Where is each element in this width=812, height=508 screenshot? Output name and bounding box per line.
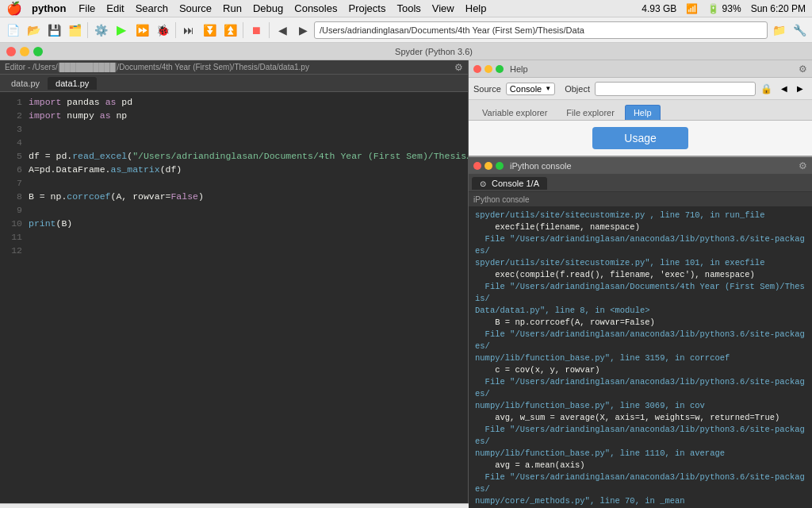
code-line-7: 7 — [0, 176, 468, 190]
step-into-btn[interactable]: ⏬ — [200, 21, 219, 40]
menu-file[interactable]: File — [79, 2, 95, 14]
back-icon[interactable]: ◀ — [777, 82, 791, 96]
close-btn[interactable] — [6, 47, 16, 56]
menu-projects[interactable]: Projects — [348, 2, 385, 14]
wifi-icon: 📶 — [686, 3, 698, 14]
menubar: 🍎 python File Edit Search Source Run Deb… — [0, 0, 812, 17]
console-output[interactable]: spyder/utils/site/sitecustomize.py , lin… — [469, 206, 812, 508]
console-line-20: File "/Users/adriandinglasan/anaconda3/l… — [475, 424, 806, 448]
help-title-bar: Help ⚙ — [469, 60, 812, 78]
help-title-label: Help — [510, 64, 528, 74]
step-return-btn[interactable]: ⏫ — [220, 21, 239, 40]
toolbar-sep-2 — [175, 22, 176, 38]
lock-icon[interactable]: 🔒 — [760, 83, 772, 94]
console-title-right: ⚙ — [799, 160, 807, 171]
object-input[interactable] — [595, 82, 756, 96]
tab-file-explorer[interactable]: File explorer — [557, 105, 623, 120]
minimize-btn[interactable] — [20, 47, 29, 56]
console-close-btn[interactable] — [473, 162, 481, 170]
source-label: Source — [473, 84, 501, 94]
tab-variable-explorer[interactable]: Variable explorer — [473, 105, 556, 120]
console-options-icon[interactable]: ⚙ — [799, 160, 807, 171]
console-line-1: spyder/utils/site/sitecustomize.py , lin… — [475, 210, 806, 221]
object-label: Object — [565, 84, 590, 94]
save-btn[interactable]: 💾 — [44, 21, 63, 40]
console-line-21: numpy/lib/function_base.py", line 1110, … — [475, 448, 806, 460]
help-close-btn[interactable] — [473, 65, 481, 73]
code-line-12: 12 — [0, 244, 468, 257]
menu-consoles[interactable]: Consoles — [294, 2, 337, 14]
menu-help[interactable]: Help — [465, 2, 487, 14]
address-bar[interactable]: /Users/adriandinglasan/Documents/4th Yea… — [314, 21, 768, 39]
editor-tabs: data.py data1.py — [0, 75, 468, 92]
menu-debug[interactable]: Debug — [253, 2, 283, 14]
maximize-btn[interactable] — [33, 47, 43, 56]
code-line-2: 2 import numpy as np — [0, 109, 468, 122]
source-dropdown[interactable]: Console ▼ — [506, 83, 555, 95]
stop-btn[interactable]: ⏹ — [247, 21, 266, 40]
folder-btn[interactable]: 📁 — [769, 21, 788, 40]
toolbar-sep-1 — [87, 22, 88, 38]
console-tab-label: Console 1/A — [492, 179, 539, 188]
window-title: Spyder (Python 3.6) — [56, 47, 812, 56]
forward-icon[interactable]: ▶ — [793, 82, 807, 96]
menubar-status: 4.93 GB 📶 🔋 93% Sun 6:20 PM — [642, 3, 806, 14]
help-window-controls — [473, 65, 504, 73]
code-line-4: 4 — [0, 136, 468, 149]
open-file-btn[interactable]: 📂 — [24, 21, 43, 40]
editor-panel: Editor - /Users/██████████/Documents/4th… — [0, 60, 469, 503]
run-file-btn[interactable]: ⏩ — [132, 21, 151, 40]
console-line-24: File "/Users/adriandinglasan/anaconda3/l… — [475, 471, 806, 495]
window-controls — [0, 47, 49, 56]
console-line-5: spyder/utils/site/sitecustomize.py", lin… — [475, 257, 806, 269]
back-btn[interactable]: ◀ — [273, 21, 292, 40]
console-line-10: B = np.corrcoef(A, rowvar=False) — [475, 317, 806, 329]
console-line-6: exec(compile(f.read(), filename, 'exec')… — [475, 269, 806, 281]
menu-tools[interactable]: Tools — [396, 2, 420, 14]
app-name[interactable]: python — [32, 2, 66, 14]
menu-source[interactable]: Source — [179, 2, 212, 14]
tab-data1-py[interactable]: data1.py — [48, 77, 97, 90]
menu-edit[interactable]: Edit — [106, 2, 124, 14]
toolbar-sep-4 — [269, 22, 270, 38]
help-toolbar: Source Console ▼ Object 🔒 ◀ ▶ — [469, 78, 812, 100]
console-panel: iPython console ⚙ ⊙ Console 1/A iPython … — [469, 157, 812, 508]
new-file-btn[interactable]: 📄 — [3, 21, 22, 40]
tab-help[interactable]: Help — [625, 105, 661, 120]
console-title-bar: iPython console ⚙ — [469, 157, 812, 175]
editor-settings-icon[interactable]: ⚙ — [454, 62, 463, 73]
help-minimize-btn[interactable] — [485, 65, 492, 73]
editor-path-bar: Editor - /Users/██████████/Documents/4th… — [0, 60, 468, 75]
help-panel: Help ⚙ Source Console ▼ Object 🔒 ◀ ▶ — [469, 60, 812, 157]
help-nav-buttons: ◀ ▶ — [777, 82, 807, 96]
editor-path-label: Editor - /Users/██████████/Documents/4th… — [5, 63, 309, 71]
code-editor[interactable]: 1 import pandas as pd 2 import numpy as … — [0, 92, 468, 503]
menu-run[interactable]: Run — [223, 2, 242, 14]
menu-view[interactable]: View — [432, 2, 454, 14]
battery-icon: 🔋 93% — [707, 3, 741, 14]
help-maximize-btn[interactable] — [496, 65, 504, 73]
forward-btn[interactable]: ▶ — [293, 21, 312, 40]
step-btn[interactable]: ⏭ — [179, 21, 198, 40]
console-maximize-btn[interactable] — [496, 162, 504, 170]
ipython-label: iPython console — [469, 192, 812, 206]
tab-data-py[interactable]: data.py — [3, 77, 48, 90]
help-options-icon[interactable]: ⚙ — [799, 64, 807, 75]
menu-search[interactable]: Search — [136, 2, 168, 14]
source-dropdown-value: Console — [510, 84, 542, 94]
console-line-16: File "/Users/adriandinglasan/anaconda3/l… — [475, 376, 806, 400]
console-minimize-btn[interactable] — [485, 162, 492, 170]
tab-console-1a[interactable]: ⊙ Console 1/A — [472, 177, 547, 190]
apple-menu[interactable]: 🍎 — [6, 1, 22, 16]
preferences-btn[interactable]: ⚙️ — [91, 21, 110, 40]
run-btn[interactable]: ▶ — [112, 21, 131, 40]
console-line-25: numpy/core/_methods.py", line 70, in _me… — [475, 495, 806, 507]
settings-btn[interactable]: 🔧 — [790, 21, 809, 40]
code-line-1: 1 import pandas as pd — [0, 95, 468, 109]
memory-status: 4.93 GB — [642, 3, 676, 14]
save-all-btn[interactable]: 🗂️ — [65, 21, 84, 40]
toolbar: 📄 📂 💾 🗂️ ⚙️ ▶ ⏩ 🐞 ⏭ ⏬ ⏫ ⏹ ◀ ▶ /Users/adr… — [0, 17, 812, 43]
code-line-10: 10 print(B) — [0, 217, 468, 230]
debug-btn[interactable]: 🐞 — [153, 21, 172, 40]
help-panel-actions: ⚙ — [799, 64, 807, 75]
